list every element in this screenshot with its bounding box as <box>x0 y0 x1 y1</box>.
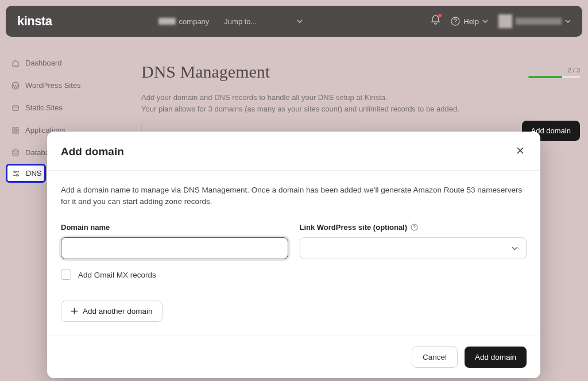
gmail-mx-checkbox[interactable] <box>61 270 71 280</box>
help-tooltip-icon[interactable] <box>411 224 418 231</box>
add-domain-button[interactable]: Add domain <box>465 347 527 368</box>
modal-backdrop: Add domain Add a domain name to manage v… <box>0 0 588 381</box>
modal-body: Add a domain name to manage via DNS Mana… <box>47 171 540 336</box>
cancel-button[interactable]: Cancel <box>412 347 458 368</box>
close-button[interactable] <box>514 144 527 159</box>
modal-description: Add a domain name to manage via DNS Mana… <box>61 184 527 207</box>
modal-title: Add domain <box>61 145 124 158</box>
gmail-mx-row: Add Gmail MX records <box>61 270 527 280</box>
form-row: Domain name Link WordPress site (optiona… <box>61 223 527 259</box>
add-another-label: Add another domain <box>83 307 153 315</box>
modal-header: Add domain <box>47 132 540 171</box>
domain-name-field: Domain name <box>61 223 288 259</box>
domain-name-label: Domain name <box>61 223 288 232</box>
chevron-down-icon <box>512 247 518 251</box>
domain-name-input[interactable] <box>61 237 288 259</box>
link-wordpress-label: Link WordPress site (optional) <box>300 223 527 232</box>
add-domain-modal: Add domain Add a domain name to manage v… <box>47 132 540 378</box>
close-icon <box>516 147 524 155</box>
link-wordpress-select[interactable] <box>300 237 527 259</box>
modal-footer: Cancel Add domain <box>47 336 540 378</box>
add-another-domain-button[interactable]: Add another domain <box>61 301 163 322</box>
gmail-mx-label: Add Gmail MX records <box>78 271 156 279</box>
plus-icon <box>71 307 78 315</box>
link-wordpress-field: Link WordPress site (optional) <box>300 223 527 259</box>
